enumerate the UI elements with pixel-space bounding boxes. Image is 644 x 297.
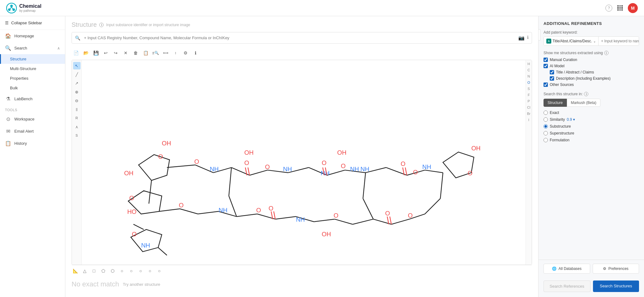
show-structures-label: Show me structures extracted using ℹ bbox=[544, 51, 639, 55]
plus-tool[interactable]: ⊕ bbox=[73, 88, 81, 96]
element-C[interactable]: C bbox=[528, 68, 530, 72]
shape10-button[interactable]: ○ bbox=[156, 267, 163, 275]
svg-line-39 bbox=[229, 196, 237, 216]
copy-button[interactable]: 📋 bbox=[141, 49, 150, 57]
structure-hint: Input substance identifier or import str… bbox=[106, 23, 190, 27]
camera-icon[interactable]: 📷 bbox=[518, 35, 525, 41]
right-panel-toggle[interactable]: ‹ bbox=[538, 29, 540, 40]
settings-button[interactable]: ⚙ bbox=[181, 49, 190, 57]
structure-search-input[interactable] bbox=[82, 32, 518, 43]
sidebar-item-workspace[interactable]: ⊙ Workspace bbox=[0, 113, 65, 125]
shape5-button[interactable]: ⬡ bbox=[109, 267, 116, 275]
wedge-tool[interactable]: ⋏ bbox=[73, 123, 81, 130]
manual-curation-checkbox[interactable] bbox=[544, 58, 548, 62]
similarity-radio[interactable] bbox=[544, 117, 548, 122]
workspace-icon: ⊙ bbox=[5, 116, 11, 122]
input-info-icon[interactable]: ℹ bbox=[527, 35, 529, 41]
new-file-button[interactable]: 📄 bbox=[72, 49, 80, 57]
svg-text:O: O bbox=[129, 195, 134, 201]
mol-canvas-wrapper: ↖ ╱ ↗ ⊕ ⊖ || R ⋏ S bbox=[72, 60, 532, 265]
sidebar-item-history[interactable]: 📋 History bbox=[0, 137, 65, 149]
bond-tool[interactable]: ╱ bbox=[73, 71, 81, 78]
shape6-button[interactable]: ○ bbox=[118, 267, 126, 275]
collapse-sidebar-button[interactable]: ☰ Collapse Sidebar bbox=[0, 16, 65, 30]
element-F[interactable]: F bbox=[528, 93, 530, 97]
header-actions: ? M bbox=[605, 3, 638, 13]
title-abstract-label: Title / Abstract / Claims bbox=[556, 70, 594, 74]
mol-canvas[interactable]: NH NH NH NH NH NH NH NH NH O bbox=[82, 60, 525, 265]
ai-model-checkbox[interactable] bbox=[544, 64, 548, 68]
no-match-hint[interactable]: Try another structure bbox=[123, 282, 160, 287]
svg-line-80 bbox=[390, 217, 391, 224]
superstructure-label: Superstructure bbox=[550, 131, 574, 135]
element-I[interactable]: I bbox=[528, 118, 529, 122]
triangle-button[interactable]: △ bbox=[81, 267, 88, 275]
stereo-tool[interactable]: S bbox=[73, 132, 81, 139]
fit-vert-button[interactable]: ↕ bbox=[171, 49, 180, 57]
user-avatar[interactable]: M bbox=[628, 3, 638, 13]
template-button[interactable]: 📐 bbox=[72, 267, 79, 275]
element-H[interactable]: H bbox=[528, 62, 530, 66]
save-button[interactable]: 💾 bbox=[91, 49, 100, 57]
measure-tool[interactable]: || bbox=[73, 106, 81, 113]
substructure-radio[interactable] bbox=[544, 124, 548, 129]
molecule-svg: NH NH NH NH NH NH NH NH NH O bbox=[82, 60, 525, 265]
tab-structure[interactable]: Structure bbox=[544, 99, 567, 107]
structure-search-input-wrapper: 🔍 📷 ℹ bbox=[72, 32, 532, 44]
keyword-prefix-dropdown[interactable]: A Title/Abst./Claims/Desc. ⌄ bbox=[544, 37, 599, 45]
zoom-button[interactable]: ±🔍 bbox=[151, 49, 160, 57]
other-sources-checkbox[interactable] bbox=[544, 82, 548, 87]
formulation-radio[interactable] bbox=[544, 138, 548, 142]
tab-markush[interactable]: Markush (Beta) bbox=[567, 99, 600, 107]
sidebar-item-email-alert[interactable]: ✉ Email Alert bbox=[0, 125, 65, 137]
delete-button[interactable]: 🗑 bbox=[131, 49, 140, 57]
shape9-button[interactable]: ○ bbox=[146, 267, 154, 275]
superstructure-radio[interactable] bbox=[544, 131, 548, 135]
minus-tool[interactable]: ⊖ bbox=[73, 97, 81, 104]
description-checkbox[interactable] bbox=[550, 76, 554, 81]
show-structures-info-icon[interactable]: ℹ bbox=[604, 51, 609, 55]
sidebar-item-homepage[interactable]: 🏠 Homepage bbox=[0, 30, 65, 42]
preferences-button[interactable]: ⚙ Preferences bbox=[593, 264, 639, 274]
info-button[interactable]: ℹ bbox=[191, 49, 200, 57]
similarity-value[interactable]: 0.9 ▾ bbox=[567, 117, 575, 122]
select-tool[interactable]: ↖ bbox=[73, 62, 81, 69]
redo-button[interactable]: ↪ bbox=[111, 49, 120, 57]
shape7-button[interactable]: ○ bbox=[128, 267, 135, 275]
sidebar-item-multi-structure[interactable]: Multi-Structure bbox=[0, 64, 65, 73]
pentagon-button[interactable]: ⬠ bbox=[100, 267, 107, 275]
clear-button[interactable]: ✕ bbox=[121, 49, 130, 57]
r-group-tool[interactable]: R bbox=[73, 114, 81, 122]
svg-text:O: O bbox=[322, 159, 326, 166]
structure-info-icon[interactable]: ℹ bbox=[99, 23, 104, 27]
shape8-button[interactable]: ○ bbox=[137, 267, 144, 275]
fit-horiz-button[interactable]: ⟺ bbox=[161, 49, 170, 57]
element-Cl[interactable]: Cl bbox=[527, 106, 530, 109]
sidebar-item-properties[interactable]: Properties bbox=[0, 73, 65, 83]
labbench-icon: ⚗ bbox=[5, 96, 11, 102]
exact-radio[interactable] bbox=[544, 111, 548, 115]
svg-line-89 bbox=[158, 248, 167, 255]
element-O[interactable]: O bbox=[527, 81, 530, 84]
square-button[interactable]: □ bbox=[90, 267, 98, 275]
element-S[interactable]: S bbox=[528, 87, 530, 91]
element-P[interactable]: P bbox=[528, 99, 530, 103]
sidebar-item-search[interactable]: 🔍 Search ∧ bbox=[0, 42, 65, 54]
search-structures-button[interactable]: Search Structures bbox=[593, 280, 639, 292]
chain-tool[interactable]: ↗ bbox=[73, 79, 81, 87]
email-icon: ✉ bbox=[5, 128, 11, 134]
undo-button[interactable]: ↩ bbox=[101, 49, 110, 57]
sidebar-item-labbench[interactable]: ⚗ LabBench bbox=[0, 93, 65, 105]
sidebar-item-structure[interactable]: Structure bbox=[0, 54, 65, 64]
sidebar-item-bulk[interactable]: Bulk bbox=[0, 83, 65, 93]
title-abstract-checkbox[interactable] bbox=[550, 70, 554, 74]
open-file-button[interactable]: 📂 bbox=[82, 49, 90, 57]
keyword-input-field[interactable] bbox=[599, 37, 639, 45]
svg-text:NH: NH bbox=[141, 242, 150, 249]
all-databases-button[interactable]: 🌐 All Databases bbox=[544, 264, 590, 274]
help-button[interactable]: ? bbox=[605, 5, 612, 12]
search-in-info-icon[interactable]: ℹ bbox=[584, 92, 588, 96]
element-Br[interactable]: Br bbox=[527, 112, 530, 116]
grid-menu-button[interactable] bbox=[617, 5, 623, 11]
element-N[interactable]: N bbox=[528, 74, 530, 78]
